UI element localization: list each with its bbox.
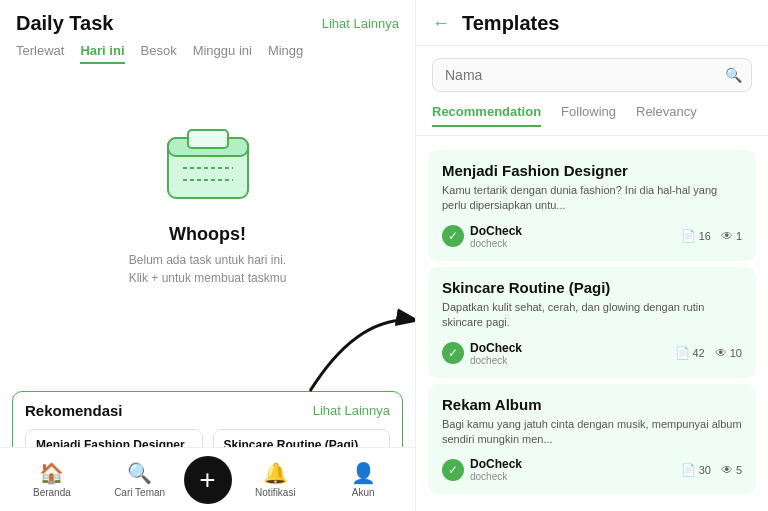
template-2-desc: Bagi kamu yang jatuh cinta dengan musik,… bbox=[442, 417, 742, 448]
stat-0-views: 👁 1 bbox=[721, 229, 742, 243]
daily-task-title: Daily Task bbox=[16, 12, 113, 35]
home-icon: 🏠 bbox=[39, 461, 64, 485]
tab-relevancy[interactable]: Relevancy bbox=[636, 104, 697, 127]
template-0-author: ✓ DoCheck docheck bbox=[442, 224, 522, 249]
stat-0-count1: 16 bbox=[699, 230, 711, 242]
search-icon: 🔍 bbox=[127, 461, 152, 485]
right-panel: ← Templates 🔍 Recommendation Following R… bbox=[415, 0, 768, 511]
tab-mingg[interactable]: Mingg bbox=[268, 43, 303, 64]
bell-icon: 🔔 bbox=[263, 461, 288, 485]
nav-cari-teman[interactable]: 🔍 Cari Teman bbox=[96, 461, 184, 498]
author-name-0: DoCheck bbox=[470, 224, 522, 238]
check-circle-0: ✓ bbox=[442, 225, 464, 247]
check-circle-2: ✓ bbox=[442, 459, 464, 481]
author-info-1: DoCheck docheck bbox=[470, 341, 522, 366]
tab-following[interactable]: Following bbox=[561, 104, 616, 127]
tab-hari-ini[interactable]: Hari ini bbox=[80, 43, 124, 64]
template-card-0[interactable]: Menjadi Fashion Designer Kamu tertarik d… bbox=[428, 150, 756, 261]
author-name-1: DoCheck bbox=[470, 341, 522, 355]
search-input[interactable] bbox=[432, 58, 752, 92]
template-0-desc: Kamu tertarik dengan dunia fashion? Ini … bbox=[442, 183, 742, 214]
templates-tabs: Recommendation Following Relevancy bbox=[416, 104, 768, 136]
daily-task-tabs: Terlewat Hari ini Besok Minggu ini Mingg bbox=[0, 35, 415, 64]
empty-illustration bbox=[148, 108, 268, 208]
file-icon-1: 📄 bbox=[675, 346, 690, 360]
template-0-stats: 📄 16 👁 1 bbox=[681, 229, 742, 243]
left-panel: Daily Task Lihat Lainnya Terlewat Hari i… bbox=[0, 0, 415, 511]
back-button[interactable]: ← bbox=[432, 13, 450, 34]
template-card-1[interactable]: Skincare Routine (Pagi) Dapatkan kulit s… bbox=[428, 267, 756, 378]
nav-beranda-label: Beranda bbox=[33, 487, 71, 498]
stat-2-files: 📄 30 bbox=[681, 463, 711, 477]
svg-rect-2 bbox=[188, 130, 228, 148]
rekomendasi-header: Rekomendasi Lihat Lainnya bbox=[25, 402, 390, 419]
rekomendasi-title: Rekomendasi bbox=[25, 402, 123, 419]
daily-task-lihat-lainnya[interactable]: Lihat Lainnya bbox=[322, 16, 399, 31]
user-icon: 👤 bbox=[351, 461, 376, 485]
file-icon-2: 📄 bbox=[681, 463, 696, 477]
tab-terlewat[interactable]: Terlewat bbox=[16, 43, 64, 64]
stat-1-files: 📄 42 bbox=[675, 346, 705, 360]
nav-akun[interactable]: 👤 Akun bbox=[319, 461, 407, 498]
left-header: Daily Task Lihat Lainnya bbox=[0, 0, 415, 35]
author-handle-2: docheck bbox=[470, 471, 522, 482]
template-2-stats: 📄 30 👁 5 bbox=[681, 463, 742, 477]
add-button[interactable]: + bbox=[184, 456, 232, 504]
eye-icon-1: 👁 bbox=[715, 346, 727, 360]
template-2-author: ✓ DoCheck docheck bbox=[442, 457, 522, 482]
author-info-0: DoCheck docheck bbox=[470, 224, 522, 249]
stat-2-count2: 5 bbox=[736, 464, 742, 476]
file-icon-0: 📄 bbox=[681, 229, 696, 243]
author-name-2: DoCheck bbox=[470, 457, 522, 471]
templates-list: Menjadi Fashion Designer Kamu tertarik d… bbox=[416, 136, 768, 511]
templates-header: ← Templates bbox=[416, 0, 768, 46]
author-info-2: DoCheck docheck bbox=[470, 457, 522, 482]
stat-1-count2: 10 bbox=[730, 347, 742, 359]
templates-title: Templates bbox=[462, 12, 559, 35]
nav-notif-label: Notifikasi bbox=[255, 487, 296, 498]
tab-minggu-ini[interactable]: Minggu ini bbox=[193, 43, 252, 64]
template-2-footer: ✓ DoCheck docheck 📄 30 👁 5 bbox=[442, 457, 742, 482]
template-card-2[interactable]: Rekam Album Bagi kamu yang jatuh cinta d… bbox=[428, 384, 756, 495]
stat-0-files: 📄 16 bbox=[681, 229, 711, 243]
rekomendasi-lihat-lainnya[interactable]: Lihat Lainnya bbox=[313, 403, 390, 418]
empty-subtitle: Belum ada task untuk hari ini. Klik + un… bbox=[129, 251, 287, 287]
empty-state: Whoops! Belum ada task untuk hari ini. K… bbox=[0, 64, 415, 391]
nav-akun-label: Akun bbox=[352, 487, 375, 498]
template-1-footer: ✓ DoCheck docheck 📄 42 👁 10 bbox=[442, 341, 742, 366]
author-handle-0: docheck bbox=[470, 238, 522, 249]
nav-beranda[interactable]: 🏠 Beranda bbox=[8, 461, 96, 498]
stat-0-count2: 1 bbox=[736, 230, 742, 242]
check-circle-1: ✓ bbox=[442, 342, 464, 364]
nav-cari-label: Cari Teman bbox=[114, 487, 165, 498]
tab-besok[interactable]: Besok bbox=[141, 43, 177, 64]
bottom-nav: 🏠 Beranda 🔍 Cari Teman + 🔔 Notifikasi 👤 … bbox=[0, 447, 415, 511]
stat-1-count1: 42 bbox=[693, 347, 705, 359]
template-2-title: Rekam Album bbox=[442, 396, 742, 413]
template-1-desc: Dapatkan kulit sehat, cerah, dan glowing… bbox=[442, 300, 742, 331]
eye-icon-2: 👁 bbox=[721, 463, 733, 477]
eye-icon-0: 👁 bbox=[721, 229, 733, 243]
stat-1-views: 👁 10 bbox=[715, 346, 742, 360]
template-1-title: Skincare Routine (Pagi) bbox=[442, 279, 742, 296]
stat-2-count1: 30 bbox=[699, 464, 711, 476]
search-icon-right: 🔍 bbox=[725, 67, 742, 83]
template-0-footer: ✓ DoCheck docheck 📄 16 👁 1 bbox=[442, 224, 742, 249]
author-handle-1: docheck bbox=[470, 355, 522, 366]
search-bar: 🔍 bbox=[432, 58, 752, 92]
tab-recommendation[interactable]: Recommendation bbox=[432, 104, 541, 127]
template-1-stats: 📄 42 👁 10 bbox=[675, 346, 743, 360]
empty-title: Whoops! bbox=[169, 224, 246, 245]
stat-2-views: 👁 5 bbox=[721, 463, 742, 477]
template-0-title: Menjadi Fashion Designer bbox=[442, 162, 742, 179]
nav-notifikasi[interactable]: 🔔 Notifikasi bbox=[232, 461, 320, 498]
template-1-author: ✓ DoCheck docheck bbox=[442, 341, 522, 366]
